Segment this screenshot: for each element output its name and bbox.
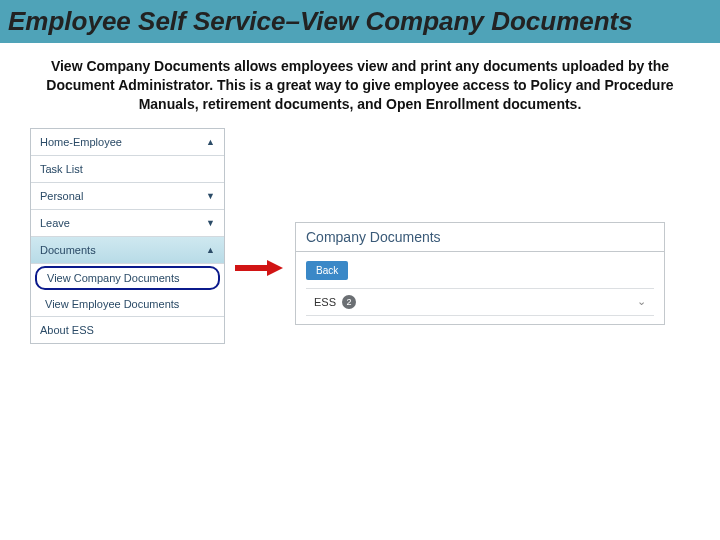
sidebar-item-label: About ESS <box>40 324 94 336</box>
sidebar-item-label: Task List <box>40 163 83 175</box>
ess-folder-row[interactable]: ESS 2 ⌄ <box>306 288 654 316</box>
ess-row-left: ESS 2 <box>314 295 356 309</box>
sidebar-subitem-view-employee-documents[interactable]: View Employee Documents <box>31 292 224 317</box>
content-area: Home-Employee ▲ Task List Personal ▼ Lea… <box>0 124 720 348</box>
svg-marker-1 <box>267 260 283 276</box>
arrow-right-icon <box>233 258 283 278</box>
sidebar-item-label: Documents <box>40 244 96 256</box>
sidebar-nav: Home-Employee ▲ Task List Personal ▼ Lea… <box>30 128 225 344</box>
sidebar-item-personal[interactable]: Personal ▼ <box>31 183 224 210</box>
callout-arrow <box>233 258 283 278</box>
ess-row-label: ESS <box>314 296 336 308</box>
title-bar: Employee Self Service–View Company Docum… <box>0 0 720 43</box>
company-documents-panel: Company Documents Back ESS 2 ⌄ <box>295 222 665 325</box>
sidebar-item-home[interactable]: Home-Employee ▲ <box>31 129 224 156</box>
caret-up-icon: ▲ <box>206 137 215 147</box>
chevron-down-icon: ⌄ <box>637 295 646 308</box>
sidebar-subitem-label: View Company Documents <box>47 272 179 284</box>
sidebar-subitem-label: View Employee Documents <box>45 298 179 310</box>
caret-up-icon: ▲ <box>206 245 215 255</box>
panel-header: Company Documents <box>296 223 664 252</box>
sidebar-item-about-ess[interactable]: About ESS <box>31 317 224 343</box>
sidebar-item-tasklist[interactable]: Task List <box>31 156 224 183</box>
sidebar-item-label: Personal <box>40 190 83 202</box>
count-badge: 2 <box>342 295 356 309</box>
panel-body: Back ESS 2 ⌄ <box>296 252 664 324</box>
sidebar-item-documents[interactable]: Documents ▲ <box>31 237 224 264</box>
page-title: Employee Self Service–View Company Docum… <box>8 6 712 37</box>
sidebar-item-leave[interactable]: Leave ▼ <box>31 210 224 237</box>
sidebar-subitem-view-company-documents[interactable]: View Company Documents <box>35 266 220 290</box>
back-button[interactable]: Back <box>306 261 348 280</box>
description-text: View Company Documents allows employees … <box>0 43 720 124</box>
caret-down-icon: ▼ <box>206 191 215 201</box>
caret-down-icon: ▼ <box>206 218 215 228</box>
sidebar-item-label: Home-Employee <box>40 136 122 148</box>
sidebar-item-label: Leave <box>40 217 70 229</box>
